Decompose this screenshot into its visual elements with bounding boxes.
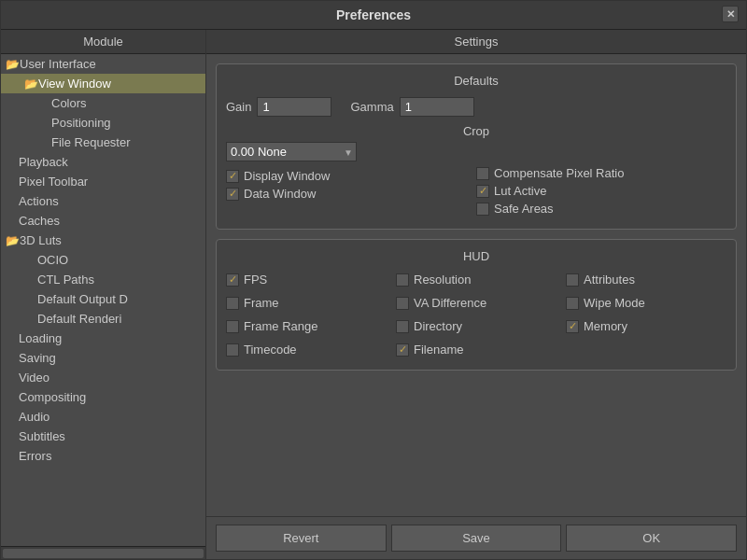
- sidebar-item-subtitles[interactable]: Subtitles: [1, 427, 205, 446]
- sidebar-scrollbar-bottom: [1, 546, 205, 559]
- hud-label-memory: Memory: [584, 319, 627, 333]
- data-window-label: Data Window: [244, 187, 316, 201]
- sidebar-item-playback[interactable]: Playback: [1, 152, 205, 172]
- hud-checkbox-attributes[interactable]: [566, 273, 579, 287]
- hud-label-va-difference: VA Difference: [414, 296, 486, 310]
- sidebar-item-ctl-paths[interactable]: CTL Paths: [1, 270, 205, 289]
- hud-checkbox-fps[interactable]: [226, 273, 239, 287]
- hud-section: HUD FPSResolutionAttributesFrameVA Diffe…: [216, 239, 737, 371]
- compensate-pixel-ratio-label: Compensate Pixel Ratio: [494, 166, 624, 180]
- sidebar-header: Module: [1, 30, 205, 54]
- sidebar-item-label-actions: Actions: [19, 194, 59, 208]
- sidebar-item-3d-luts[interactable]: 📂 3D Luts: [1, 231, 205, 250]
- folder-open-icon: 📂: [6, 58, 20, 71]
- defaults-right: Compensate Pixel Ratio Lut Active Safe A…: [476, 142, 726, 219]
- hud-item-va-difference: VA Difference: [396, 296, 557, 310]
- hud-checkbox-directory[interactable]: [396, 320, 409, 333]
- footer: Revert Save OK: [206, 516, 746, 559]
- safe-areas-item: Safe Areas: [476, 202, 726, 216]
- gamma-input[interactable]: [400, 97, 474, 117]
- sidebar-item-file-requester[interactable]: File Requester: [1, 133, 205, 152]
- sidebar-item-saving[interactable]: Saving: [1, 348, 205, 368]
- sidebar-item-label-3d-luts: 3D Luts: [20, 233, 62, 247]
- window-title: Preferences: [336, 7, 411, 22]
- sidebar-item-pixel-toolbar[interactable]: Pixel Toolbar: [1, 172, 205, 191]
- sidebar-item-audio[interactable]: Audio: [1, 407, 205, 427]
- lut-active-checkbox[interactable]: [476, 185, 489, 198]
- hud-label-resolution: Resolution: [414, 273, 471, 287]
- sidebar-item-video[interactable]: Video: [1, 368, 205, 387]
- sidebar-item-positioning[interactable]: Positioning: [1, 113, 205, 133]
- safe-areas-label: Safe Areas: [494, 202, 554, 216]
- hud-checkbox-frame[interactable]: [226, 297, 239, 310]
- hud-item-timecode: Timecode: [226, 343, 387, 357]
- hud-label-timecode: Timecode: [244, 343, 297, 357]
- sidebar-item-compositing[interactable]: Compositing: [1, 387, 205, 407]
- title-bar: Preferences ✕: [1, 1, 746, 30]
- sidebar-item-label-pixel-toolbar: Pixel Toolbar: [19, 175, 88, 189]
- gamma-field-row: Gamma: [350, 97, 473, 117]
- hud-item-filename: Filename: [396, 343, 557, 357]
- horizontal-scrollbar[interactable]: [3, 549, 204, 558]
- hud-item-resolution: Resolution: [396, 273, 557, 287]
- sidebar-item-label-saving: Saving: [19, 351, 56, 365]
- hud-checkbox-memory[interactable]: [566, 320, 579, 333]
- sidebar-item-colors[interactable]: Colors: [1, 93, 205, 113]
- hud-label-fps: FPS: [244, 273, 267, 287]
- sidebar-item-label-file-requester: File Requester: [51, 135, 131, 149]
- sidebar-item-label-playback: Playback: [19, 155, 68, 169]
- sidebar-item-label-video: Video: [19, 371, 49, 385]
- gamma-label: Gamma: [350, 100, 393, 114]
- revert-button[interactable]: Revert: [216, 525, 387, 552]
- safe-areas-checkbox[interactable]: [476, 203, 489, 216]
- hud-label-frame: Frame: [244, 296, 279, 310]
- sidebar-item-user-interface[interactable]: 📂 User Interface: [1, 54, 205, 74]
- sidebar-item-actions[interactable]: Actions: [1, 191, 205, 211]
- sidebar-item-view-window[interactable]: 📂 View Window: [1, 74, 205, 93]
- save-button[interactable]: Save: [391, 525, 562, 552]
- hud-checkbox-resolution[interactable]: [396, 273, 409, 287]
- hud-checkbox-frame-range[interactable]: [226, 320, 239, 333]
- compensate-pixel-ratio-checkbox[interactable]: [476, 167, 489, 180]
- sidebar-item-label-ctl-paths: CTL Paths: [37, 273, 94, 287]
- hud-label-attributes: Attributes: [584, 273, 635, 287]
- hud-item-memory: Memory: [566, 319, 726, 333]
- sidebar-item-label-default-output: Default Output D: [37, 292, 128, 306]
- sidebar-item-label-subtitles: Subtitles: [19, 429, 65, 443]
- data-window-checkbox[interactable]: [226, 188, 239, 201]
- display-window-checkbox[interactable]: [226, 170, 239, 183]
- hud-item-fps: FPS: [226, 273, 387, 287]
- folder-open-icon: 📂: [24, 77, 38, 91]
- crop-select[interactable]: 0.00 None 1.33 1.78 1.85 2.35: [226, 142, 357, 161]
- sidebar-item-label-view-window: View Window: [38, 77, 111, 91]
- sidebar-item-loading[interactable]: Loading: [1, 329, 205, 348]
- defaults-section: Defaults Gain Gamma Crop: [216, 63, 737, 230]
- hud-checkbox-wipe-mode[interactable]: [566, 297, 579, 310]
- lut-active-label: Lut Active: [494, 184, 546, 198]
- gain-field-row: Gain: [226, 97, 331, 117]
- sidebar-item-errors[interactable]: Errors: [1, 446, 205, 466]
- sidebar-item-caches[interactable]: Caches: [1, 211, 205, 231]
- sidebar-item-label-errors: Errors: [19, 449, 51, 463]
- defaults-left: 0.00 None 1.33 1.78 1.85 2.35 ▼: [226, 142, 476, 219]
- sidebar-scroll[interactable]: 📂 User Interface📂 View WindowColorsPosit…: [1, 54, 205, 546]
- gain-input[interactable]: [257, 97, 331, 117]
- hud-label-frame-range: Frame Range: [244, 319, 317, 333]
- hud-checkbox-va-difference[interactable]: [396, 297, 409, 310]
- hud-label-directory: Directory: [414, 319, 462, 333]
- hud-title: HUD: [226, 249, 726, 263]
- sidebar-item-label-loading: Loading: [19, 331, 62, 345]
- sidebar-item-default-render[interactable]: Default Renderi: [1, 309, 205, 329]
- data-window-item: Data Window: [226, 187, 476, 201]
- sidebar-item-default-output[interactable]: Default Output D: [1, 289, 205, 309]
- ok-button[interactable]: OK: [566, 525, 737, 552]
- hud-checkbox-timecode[interactable]: [226, 343, 239, 357]
- settings-header: Settings: [206, 30, 746, 54]
- defaults-title: Defaults: [226, 74, 726, 88]
- compensate-pixel-ratio-item: Compensate Pixel Ratio: [476, 166, 726, 180]
- hud-checkbox-filename[interactable]: [396, 343, 409, 357]
- sidebar-item-ocio[interactable]: OCIO: [1, 250, 205, 270]
- crop-select-wrapper-outer: 0.00 None 1.33 1.78 1.85 2.35 ▼: [226, 142, 476, 161]
- close-button[interactable]: ✕: [722, 6, 739, 22]
- folder-open-icon: 📂: [6, 234, 20, 247]
